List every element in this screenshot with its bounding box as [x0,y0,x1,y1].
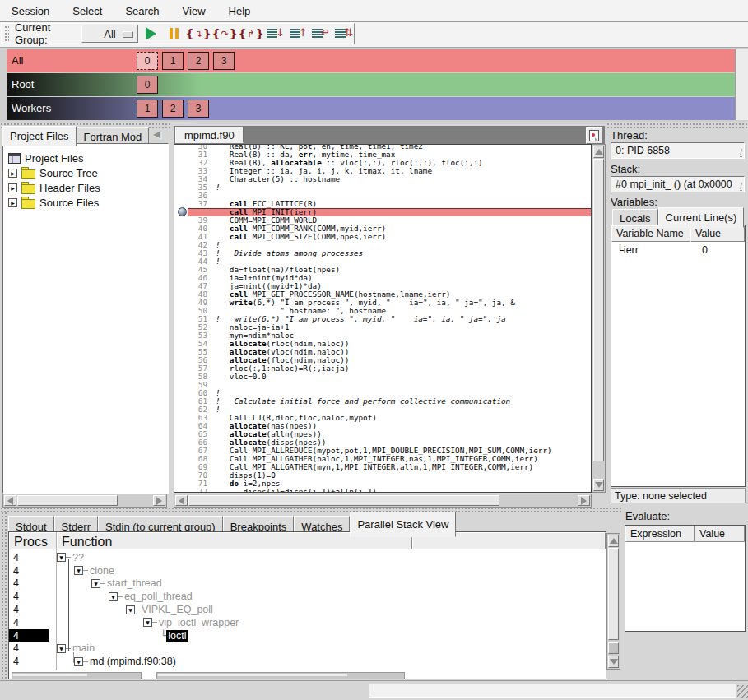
step-out-button[interactable]: {↱} [239,24,262,44]
process-1[interactable]: 1 [162,52,184,70]
pause-button[interactable] [164,24,184,44]
tree-item-project-files[interactable]: Project Files [8,152,84,165]
tab-mpimd-f90[interactable]: mpimd.f90 [175,127,244,143]
expander-icon[interactable]: ▼ [57,644,66,653]
stack-row-vip-ioctl-wrapper[interactable]: 4▼vip_ioctl_wrapper [9,616,606,629]
sash[interactable] [606,123,748,128]
evaluate-label: Evaluate: [625,510,670,522]
group-row-workers[interactable]: Workers123 [7,97,735,120]
menu-view[interactable]: View [171,2,217,21]
stack-row-vipkl-eq-poll[interactable]: 4▼VIPKL_EQ_poll [9,603,606,616]
stack-frame-label: VIPKL_EQ_poll [140,604,215,615]
stack-vscrollbar[interactable] [606,533,620,670]
play-button[interactable] [142,24,161,44]
code-line[interactable]: 61! Calculate initial force and perform … [188,397,591,406]
expander-icon[interactable]: ▶ [8,169,17,178]
stack-up-button[interactable]: ↑ [289,24,309,44]
stack-hscrollbar[interactable] [156,672,405,679]
tab-current-line-s-[interactable]: Current Line(s) [658,207,745,228]
column-header[interactable]: Variable Name [611,225,690,242]
resize-grip-icon[interactable] [737,685,748,698]
menu-select[interactable]: Select [61,2,114,21]
stack-frame-select[interactable]: #0 mpi_init_ () (at 0x0000 / [611,176,745,192]
process-3[interactable]: 3 [213,52,235,70]
stack-frame-label: clone [88,565,116,577]
process-1[interactable]: 1 [137,100,158,118]
stack-row-clone[interactable]: 4▼clone [9,564,606,577]
stack-row-eq-poll-thread[interactable]: 4▼eq_poll_thread [9,590,606,603]
code-line[interactable]: 43! Divide atoms among processes [188,249,591,257]
tab-parallel-stack-view[interactable]: Parallel Stack View [350,512,456,537]
groups-scroll-area[interactable] [735,49,748,120]
detach-view-button[interactable] [586,127,602,144]
evaluate-table[interactable]: ExpressionValue [625,525,746,632]
expander-icon[interactable]: ▼ [126,605,135,614]
menu-session[interactable]: Session [0,2,61,21]
process-2[interactable]: 2 [188,52,209,70]
status-input[interactable] [369,684,736,698]
tab-scroll-left-icon[interactable]: ◀ [153,128,160,140]
code-line[interactable]: 59 [188,381,591,389]
code-line[interactable]: 35! [188,183,591,192]
column-header[interactable]: Procs [9,532,57,549]
tab-project-files[interactable]: Project Files [2,126,77,146]
stack-row-main[interactable]: 4▼main [9,642,606,656]
process-3[interactable]: 3 [188,100,209,118]
step-into-button[interactable]: {↴} [187,24,210,44]
variables-table-header: Variable NameValue [611,225,745,242]
column-divider[interactable] [56,532,57,670]
tree-item-source-files[interactable]: ▶Source Files [8,197,99,209]
stack-hscrollbar[interactable] [12,672,142,679]
variables-label: Variables: [611,196,657,208]
expander-icon[interactable]: ▼ [109,592,118,601]
menu-help[interactable]: Help [217,2,262,21]
process-2[interactable]: 2 [162,100,184,118]
process-boxes: 0123 [137,52,235,70]
expander-icon[interactable]: ▼ [57,553,66,562]
expander-icon[interactable]: ▼ [91,579,100,588]
code-line[interactable]: 72 disps(i)=disps(i-1)+alln(i-1) [188,488,591,492]
code-line[interactable]: 41 call MPI_COMM_SIZE(COMM,npes,ierr) [188,233,591,241]
column-header[interactable]: Value [690,225,745,242]
source-code-view[interactable]: 30 Real(8) :: KE, pot, en, time, time1, … [174,144,592,493]
tree-item-label: Header Files [39,182,100,194]
current-position-marker-icon[interactable] [178,207,187,216]
code-line[interactable]: 58 vloc=0.0 [188,373,591,381]
process-boxes: 0 [137,76,158,94]
code-hscrollbar[interactable] [174,494,592,508]
column-header[interactable]: Value [695,526,745,542]
expander-icon[interactable]: ▶ [8,183,17,192]
expander-icon[interactable]: ▼ [74,566,83,575]
process-0[interactable]: 0 [137,52,158,70]
expander-icon[interactable]: ▼ [143,618,152,627]
expander-icon[interactable]: ▼ [74,657,83,666]
code-vscrollbar[interactable] [592,144,606,493]
sash[interactable] [1,512,7,679]
expander-icon[interactable]: ▶ [8,198,17,207]
tree-item-source-tree[interactable]: ▶Source Tree [8,167,98,179]
group-row-root[interactable]: Root0 [7,73,735,96]
group-row-all[interactable]: All0123 [7,49,735,72]
play-icon [146,27,156,40]
code-line[interactable]: 34 Character(5) :: hostname [188,175,591,183]
current-group-value: All [104,28,115,40]
stack-return-button[interactable]: ↵ [312,24,332,44]
file-panel-hscrollbar[interactable] [2,494,167,508]
current-group-select[interactable]: All [81,25,137,43]
stack-row-ioctl[interactable]: 4└ioctl [9,629,606,642]
menu-search[interactable]: Search [114,2,170,21]
process-0[interactable]: 0 [137,76,158,94]
toolbar-drag-handle-icon[interactable] [4,25,9,42]
tree-item-header-files[interactable]: ▶Header Files [8,182,100,194]
variable-row[interactable]: └ierr0 [611,242,745,258]
thread-select[interactable]: 0: PID 6858 / [611,142,745,159]
stack-row-md-mpimd-f90-38-[interactable]: 4▼md (mpimd.f90:38) [9,655,606,668]
step-over-button[interactable]: {↷} [213,24,236,44]
stack-row--[interactable]: 4▼?? [9,551,606,564]
parallel-stack-view: ProcsFunction 4▼??4▼clone4▼start_thread4… [8,531,606,679]
stack-row-start-thread[interactable]: 4▼start_thread [9,577,606,591]
process-boxes: 123 [137,100,209,118]
column-header[interactable]: Expression [625,526,695,542]
stack-down-button[interactable]: ↓ [266,24,286,44]
stack-cycle-button[interactable]: ⇅ [334,24,354,44]
